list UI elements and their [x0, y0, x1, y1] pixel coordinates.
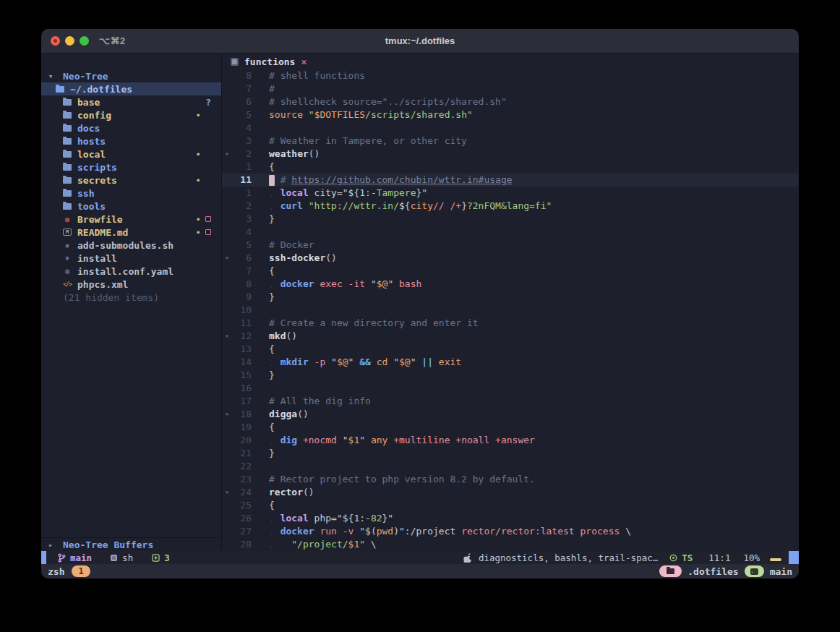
code-line[interactable]: 20dig +nocmd "$1" any +multiline +noall …	[222, 434, 799, 447]
code-line[interactable]: ▾2weather()	[222, 148, 799, 161]
open-folder-icon	[56, 86, 64, 93]
fold-column	[222, 473, 232, 486]
code-line[interactable]: 3# Weather in Tampere, or other city	[222, 134, 799, 148]
zoom-window-button[interactable]	[80, 36, 89, 46]
code-line[interactable]: 5# Docker	[222, 239, 799, 252]
git-branch-segment: main	[58, 552, 92, 563]
code-line[interactable]: ▾24rector()	[222, 486, 799, 499]
fold-chevron-icon[interactable]: ▾	[222, 148, 232, 161]
neotree-buffers-section[interactable]: ▸ Neo-Tree Buffers	[41, 537, 221, 551]
tree-item-docs[interactable]: docs	[41, 121, 221, 134]
treesitter-segment: TS	[669, 552, 693, 563]
code-line[interactable]: 23# Rector project to php version 8.2 by…	[222, 473, 799, 486]
minimize-window-button[interactable]	[65, 36, 74, 46]
folder-icon	[63, 138, 72, 145]
tree-item-ssh[interactable]: ssh	[41, 187, 221, 200]
fold-column	[222, 434, 232, 447]
tree-item-README.md[interactable]: MREADME.md•	[41, 226, 221, 239]
fold-chevron-icon[interactable]: ▾	[222, 330, 232, 343]
code-line[interactable]: ▾6ssh-docker()	[222, 252, 799, 265]
tree-item-add-submodules.sh[interactable]: ▪add-submodules.sh	[41, 239, 221, 252]
fold-chevron-icon[interactable]: ▾	[222, 408, 232, 421]
code-line[interactable]: 22	[222, 460, 799, 473]
filetype-label: sh	[122, 552, 133, 563]
code-line[interactable]: 9}	[222, 291, 799, 304]
line-number: 6	[232, 95, 252, 108]
code-line[interactable]: 3}	[222, 213, 799, 226]
code-line[interactable]: 2curl "http://wttr.in/${city// /+}?2nFQM…	[222, 200, 799, 213]
fold-column	[222, 356, 232, 369]
code-line[interactable]: 5source "$DOTFILES/scripts/shared.sh"	[222, 108, 799, 121]
close-buffer-icon[interactable]: ×	[301, 56, 307, 67]
tree-item-scripts[interactable]: scripts	[41, 161, 221, 174]
git-untracked-icon: ?	[205, 97, 211, 108]
code-line[interactable]: 4	[222, 121, 799, 134]
code-line[interactable]: 28 "/project/$1" \	[222, 538, 799, 551]
tree-item-base[interactable]: base?	[41, 95, 221, 108]
code-line[interactable]: 19{	[222, 421, 799, 434]
tree-item-tools[interactable]: tools	[41, 200, 221, 213]
fold-chevron-icon[interactable]: ▾	[222, 486, 232, 499]
code-line[interactable]: 8# shell functions	[222, 69, 799, 82]
tree-item-secrets[interactable]: secrets•	[41, 174, 221, 187]
code-line[interactable]: 21}	[222, 447, 799, 460]
statusline: main sh 3 diagnosticls, bashls, trail-sp…	[41, 551, 799, 564]
line-number: 11	[232, 174, 252, 187]
git-modified-icon: •	[195, 149, 201, 160]
mode-indicator-left	[41, 551, 46, 564]
fold-column	[222, 161, 232, 174]
code-line[interactable]: 11# Create a new directory and enter it	[222, 317, 799, 330]
tree-item-config[interactable]: config•	[41, 108, 221, 121]
line-number: 2	[232, 200, 252, 213]
code-line[interactable]: 26local php="${1:-82}"	[222, 512, 799, 525]
tree-item-label: scripts	[77, 162, 117, 173]
fold-column	[222, 447, 232, 460]
code-line[interactable]: 13{	[222, 343, 799, 356]
tree-item-Brewfile[interactable]: ●Brewfile•	[41, 213, 221, 226]
buffer-open-icon	[205, 216, 211, 222]
code-line[interactable]: 17# All the dig info	[222, 395, 799, 408]
code-line[interactable]: 7#	[222, 82, 799, 95]
tree-item-label: README.md	[77, 227, 128, 238]
fold-column	[222, 108, 232, 121]
neotree-root-dotfiles[interactable]: ~/.dotfiles	[41, 82, 221, 95]
code-area[interactable]: 8# shell functions7#6# shellcheck source…	[222, 69, 799, 551]
line-number: 7	[232, 265, 252, 278]
neotree-header[interactable]: ▾ Neo-Tree	[41, 69, 221, 82]
code-line[interactable]: 7{	[222, 265, 799, 278]
tree-item-hosts[interactable]: hosts	[41, 134, 221, 148]
code-line[interactable]: 4	[222, 226, 799, 239]
code-line-current[interactable]: 11 # https://github.com/chubin/wttr.in#u…	[222, 174, 799, 187]
tree-item-phpcs.xml[interactable]: </>phpcs.xml	[41, 278, 221, 291]
script-file-icon: ▪	[63, 242, 72, 249]
code-line[interactable]: 10	[222, 304, 799, 317]
code-line[interactable]: 25{	[222, 499, 799, 512]
lsp-servers-label: diagnosticls, bashls, trail-spac…	[479, 552, 658, 563]
code-line[interactable]: 16	[222, 382, 799, 395]
code-line[interactable]: 6# shellcheck source="../scripts/shared.…	[222, 95, 799, 108]
code-line[interactable]: ▾18digga()	[222, 408, 799, 421]
fold-chevron-icon[interactable]: ▾	[222, 252, 232, 265]
tree-item-local[interactable]: local•	[41, 148, 221, 161]
traffic-lights	[41, 36, 89, 46]
close-window-button[interactable]	[51, 36, 60, 46]
fold-column	[222, 317, 232, 330]
fold-column	[222, 187, 232, 200]
code-line[interactable]: 15}	[222, 369, 799, 382]
fold-column	[222, 538, 232, 551]
tree-item-install[interactable]: ∗install	[41, 252, 221, 265]
line-number: 3	[232, 213, 252, 226]
code-line[interactable]: 1local city="${1:-Tampere}"	[222, 187, 799, 200]
tmux-window-index[interactable]: 1	[72, 565, 90, 577]
code-line[interactable]: 14mkdir -p "$@" && cd "$@" || exit	[222, 356, 799, 369]
code-line[interactable]: 27docker run -v "$(pwd)":/project rector…	[222, 525, 799, 538]
code-line[interactable]: 8docker exec -it "$@" bash	[222, 278, 799, 291]
line-number: 5	[232, 239, 252, 252]
code-line[interactable]: ▾12mkd()	[222, 330, 799, 343]
tree-item-label: Brewfile	[77, 214, 123, 225]
tree-item-install.conf.yaml[interactable]: ⚙install.conf.yaml	[41, 265, 221, 278]
line-number: 28	[232, 538, 252, 551]
buffer-tab[interactable]: functions ×	[222, 54, 799, 69]
code-line[interactable]: 1{	[222, 161, 799, 174]
scroll-percent: 10%	[743, 552, 760, 563]
